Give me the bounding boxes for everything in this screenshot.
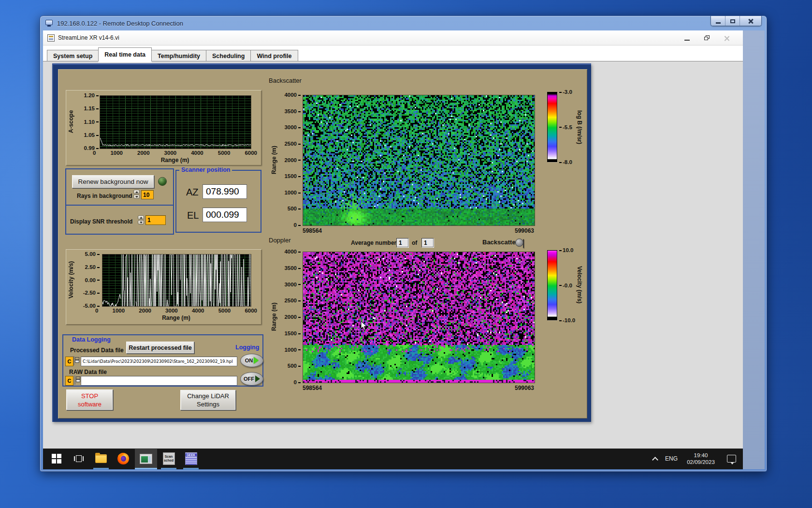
renew-background-button[interactable]: Renew background now [72, 175, 154, 188]
axis-tick: 1.05 [84, 132, 99, 138]
doppler-heatmap-plot [303, 252, 535, 383]
scan-scheduler-running-indicator [161, 468, 176, 469]
el-value: 000.099 [203, 208, 247, 222]
background-controls-box: Renew background now Rays in background … [65, 168, 174, 235]
rays-spinner[interactable] [133, 190, 140, 199]
rdp-title: 192.168.0.122 - Remote Desktop Connectio… [57, 20, 183, 27]
axis-tick: 5.00 [85, 251, 100, 257]
doppler-x-end: 599063 [505, 385, 534, 391]
rdp-close-button[interactable] [740, 16, 761, 26]
doppler-colorbar [547, 250, 557, 320]
axis-tick: 1000 [284, 347, 301, 353]
task-view-icon [74, 455, 84, 463]
axis-tick: 500 [288, 363, 301, 369]
remote-session: StreamLine XR v14-6.vi System setup Real… [43, 30, 743, 469]
firefox-icon [117, 453, 129, 464]
notification-icon [727, 455, 736, 463]
axis-tick: 1.10 [84, 119, 99, 125]
axis-tick: -5.5 [559, 124, 572, 130]
processed-path-field[interactable]: C:\Lidar\Data\Proc\2023\202309\20230902\… [81, 357, 237, 366]
tab-scheduling[interactable]: Scheduling [206, 50, 251, 61]
tab-real-time-data[interactable]: Real time data [98, 47, 152, 61]
axis-tick: -8.0 [559, 159, 572, 165]
tab-temp-humidity[interactable]: Temp/humidity [151, 50, 206, 61]
action-center-button[interactable] [723, 449, 740, 468]
axis-tick: 3000 [284, 124, 301, 130]
start-button[interactable] [46, 449, 67, 468]
file-explorer-button[interactable] [90, 449, 112, 468]
app-restore-icon[interactable] [704, 35, 710, 40]
off-label: OFF [244, 376, 254, 382]
clock[interactable]: 19:4002/09/2023 [681, 449, 721, 468]
tray-chevron-button[interactable] [649, 449, 662, 468]
processed-logging-toggle-on[interactable]: ON [240, 354, 263, 367]
scan-scheduler-button[interactable]: Scansched [158, 449, 179, 468]
axis-tick: 3500 [284, 265, 301, 271]
velocity-x-axis-label: Range (m) [102, 314, 250, 321]
rdp-titlebar[interactable]: 192.168.0.122 - Remote Desktop Connectio… [40, 16, 767, 30]
off-led-icon [255, 375, 260, 382]
axis-tick: -0.0 [559, 283, 575, 288]
snr-spinner[interactable] [138, 215, 144, 224]
axis-tick: 1.20 [84, 92, 99, 98]
rdp-icon [45, 20, 54, 27]
average-total-field[interactable]: 1 [421, 238, 434, 247]
raw-logging-toggle-off[interactable]: OFF [240, 372, 263, 386]
average-number-label: Average number [351, 239, 396, 246]
axis-tick: 1.15 [84, 105, 99, 111]
tab-strip: System setup Real time data Temp/humidit… [43, 45, 743, 61]
streamline-active-indicator [135, 468, 157, 469]
restart-processed-file-button[interactable]: Restart processed file [126, 342, 194, 354]
raw-drive-box[interactable]: C [65, 376, 73, 386]
axis-tick: 2500 [284, 141, 301, 147]
a-scope-y-axis-label: A-scope [68, 95, 74, 148]
doppler-x-start: 598564 [303, 385, 322, 391]
backscatter-toggle-label: Backscatter [482, 239, 518, 246]
language-label: ENG [665, 455, 678, 462]
axis-tick: 3000 [164, 150, 177, 156]
file-explorer-icon [95, 454, 107, 463]
backscatter-colorbar [547, 92, 557, 162]
rays-value-field[interactable]: 10 [141, 190, 154, 199]
rdp-maximize-button[interactable] [725, 16, 740, 26]
firefox-button[interactable] [113, 449, 134, 468]
average-number-field[interactable]: 1 [396, 238, 408, 247]
raw-path-browse-icon[interactable] [74, 375, 75, 385]
task-view-button[interactable] [68, 449, 89, 468]
stop-software-button[interactable]: STOP software [66, 389, 113, 410]
change-lidar-settings-button[interactable]: Change LiDAR Settings [180, 390, 236, 410]
backscatter-y-axis-label: Range (m) [271, 95, 277, 225]
backscatter-doppler-toggle[interactable] [523, 239, 524, 248]
app-close-icon[interactable] [724, 35, 729, 41]
maximize-icon [730, 19, 735, 23]
of-label: of [412, 239, 417, 246]
language-indicator[interactable]: ENG [663, 449, 680, 468]
vi-icon [47, 34, 55, 42]
axis-tick: 2000 [137, 150, 150, 156]
change-line1: Change LiDAR [187, 392, 229, 400]
velocity-plot [102, 254, 251, 307]
raw-path-field[interactable] [81, 376, 237, 386]
main-panel-frame: A-scope 1.201.151.101.050.99 01000200030… [52, 63, 591, 422]
app-minimize-icon[interactable] [684, 40, 690, 41]
rdp-minimize-button[interactable] [711, 16, 725, 26]
chevron-up-icon [653, 456, 658, 461]
tab-wind-profile[interactable]: Wind profile [250, 50, 298, 61]
axis-tick: 1000 [110, 150, 123, 156]
axis-tick: 4000 [191, 150, 203, 156]
tab-system-setup[interactable]: System setup [47, 50, 99, 61]
scanner-position-box: Scanner position AZ 078.990 EL 000.099 [175, 170, 261, 233]
a-scope-x-ticks: 0100020003000400050006000 [93, 150, 257, 156]
processed-path-browse-icon[interactable] [73, 356, 74, 365]
streamline-app-button[interactable] [135, 449, 157, 468]
geek-uninstaller-button[interactable]: GEEK [180, 449, 202, 468]
axis-tick: 6000 [245, 150, 257, 156]
snr-value-field[interactable]: 1 [145, 215, 166, 225]
processed-drive-box[interactable]: C [65, 357, 73, 366]
axis-tick: -3.0 [559, 89, 572, 95]
axis-tick: 5000 [218, 150, 231, 156]
streamline-app-icon [140, 454, 152, 464]
explorer-running-indicator [93, 468, 109, 469]
app-titlebar[interactable]: StreamLine XR v14-6.vi [43, 30, 743, 45]
velocity-x-ticks: 0100020003000400050006000 [95, 308, 257, 314]
